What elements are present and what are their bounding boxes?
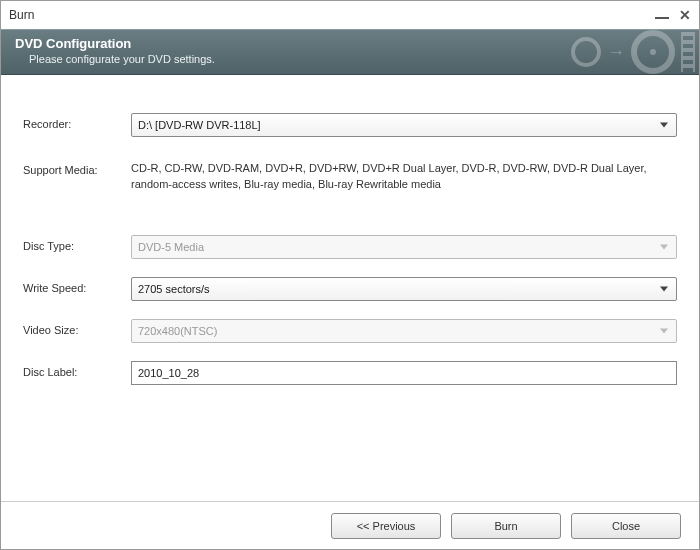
write-speed-select[interactable]: 2705 sectors/s — [131, 277, 677, 301]
chevron-down-icon — [656, 323, 672, 339]
recorder-label: Recorder: — [23, 113, 131, 130]
video-size-select: 720x480(NTSC) — [131, 319, 677, 343]
arrow-icon: → — [607, 42, 625, 63]
video-size-row: Video Size: 720x480(NTSC) — [23, 319, 677, 343]
support-media-label: Support Media: — [23, 159, 131, 176]
film-icon — [681, 32, 695, 72]
recorder-row: Recorder: D:\ [DVD-RW DVR-118L] — [23, 113, 677, 137]
support-media-row: Support Media: CD-R, CD-RW, DVD-RAM, DVD… — [23, 159, 677, 193]
titlebar: Burn ✕ — [1, 1, 699, 29]
footer-bar: << Previous Burn Close — [1, 501, 699, 549]
write-speed-label: Write Speed: — [23, 277, 131, 294]
chevron-down-icon — [656, 239, 672, 255]
disc-type-row: Disc Type: DVD-5 Media — [23, 235, 677, 259]
disc-label-label: Disc Label: — [23, 361, 131, 378]
camera-icon — [571, 37, 601, 67]
recorder-value: D:\ [DVD-RW DVR-118L] — [138, 119, 261, 131]
video-size-value: 720x480(NTSC) — [138, 325, 217, 337]
close-icon[interactable]: ✕ — [679, 7, 691, 23]
disc-type-value: DVD-5 Media — [138, 241, 204, 253]
disc-icon — [631, 30, 675, 74]
window-title: Burn — [9, 8, 655, 22]
disc-type-select: DVD-5 Media — [131, 235, 677, 259]
form-content: Recorder: D:\ [DVD-RW DVR-118L] Support … — [1, 75, 699, 501]
write-speed-row: Write Speed: 2705 sectors/s — [23, 277, 677, 301]
disc-label-row: Disc Label: — [23, 361, 677, 385]
chevron-down-icon — [656, 281, 672, 297]
support-media-text: CD-R, CD-RW, DVD-RAM, DVD+R, DVD+RW, DVD… — [131, 159, 677, 193]
burn-button[interactable]: Burn — [451, 513, 561, 539]
write-speed-value: 2705 sectors/s — [138, 283, 210, 295]
minimize-icon[interactable] — [655, 17, 669, 19]
close-button[interactable]: Close — [571, 513, 681, 539]
disc-label-input[interactable] — [131, 361, 677, 385]
previous-button[interactable]: << Previous — [331, 513, 441, 539]
video-size-label: Video Size: — [23, 319, 131, 336]
header-graphic: → — [571, 30, 699, 74]
header-banner: DVD Configuration Please configurate you… — [1, 29, 699, 75]
recorder-select[interactable]: D:\ [DVD-RW DVR-118L] — [131, 113, 677, 137]
chevron-down-icon — [656, 117, 672, 133]
disc-type-label: Disc Type: — [23, 235, 131, 252]
window-controls: ✕ — [655, 7, 691, 23]
burn-window: Burn ✕ DVD Configuration Please configur… — [0, 0, 700, 550]
